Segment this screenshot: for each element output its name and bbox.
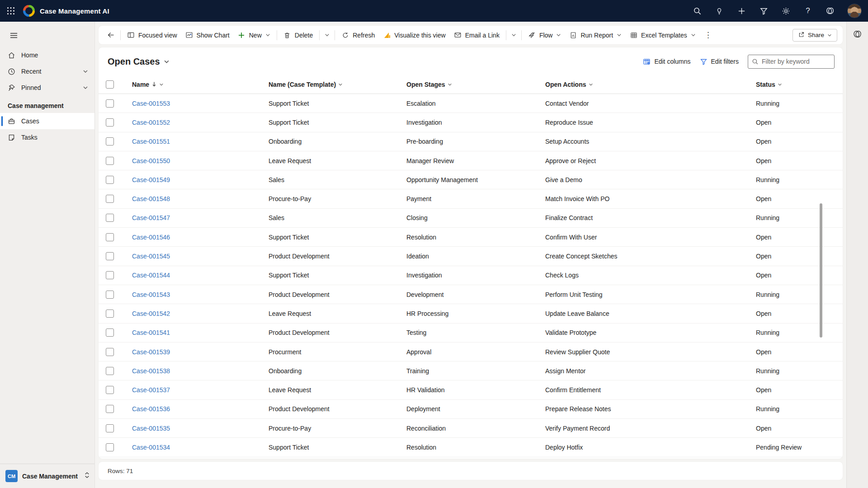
sidebar-item-tasks[interactable]: Tasks <box>0 129 94 145</box>
email-link-button[interactable]: Email a Link <box>450 28 504 42</box>
share-button[interactable]: Share <box>793 29 837 42</box>
case-link[interactable]: Case-001536 <box>132 405 269 413</box>
copilot-icon[interactable] <box>853 29 863 39</box>
lightbulb-icon[interactable] <box>714 6 724 16</box>
table-row[interactable]: Case-001538OnboardingTrainingAssign Ment… <box>99 361 843 380</box>
excel-templates-button[interactable]: Excel Templates <box>626 28 700 42</box>
chevron-down-icon[interactable] <box>265 33 270 38</box>
edit-columns-button[interactable]: Edit columns <box>643 58 690 66</box>
sidebar-item-home[interactable]: Home <box>0 47 94 63</box>
row-checkbox[interactable] <box>106 176 114 184</box>
column-header-name[interactable]: Name <box>132 81 269 88</box>
row-checkbox[interactable] <box>106 233 114 241</box>
row-checkbox[interactable] <box>106 271 114 279</box>
delete-split-chevron[interactable] <box>322 30 332 40</box>
chevron-down-icon[interactable] <box>83 85 88 90</box>
row-checkbox[interactable] <box>106 367 114 375</box>
table-row[interactable]: Case-001537Leave RequestHR ValidationCon… <box>99 380 843 399</box>
account-avatar[interactable] <box>847 4 862 18</box>
search-icon[interactable] <box>692 6 702 16</box>
column-header-stages[interactable]: Open Stages <box>406 81 545 88</box>
case-link[interactable]: Case-001549 <box>132 176 269 183</box>
table-row[interactable]: Case-001548Procure-to-PayPaymentMatch In… <box>99 189 843 208</box>
table-row[interactable]: Case-001535Procure-to-PayReconciliationV… <box>99 419 843 438</box>
case-link[interactable]: Case-001550 <box>132 157 269 164</box>
row-checkbox[interactable] <box>106 195 114 203</box>
settings-gear-icon[interactable] <box>781 6 791 16</box>
refresh-button[interactable]: Refresh <box>337 28 379 42</box>
delete-button[interactable]: Delete <box>279 28 317 42</box>
case-link[interactable]: Case-001552 <box>132 119 269 126</box>
case-link[interactable]: Case-001544 <box>132 272 269 279</box>
vertical-scrollbar[interactable] <box>820 203 822 338</box>
table-row[interactable]: Case-001546Support TicketResolutionConfi… <box>99 228 843 247</box>
column-header-actions[interactable]: Open Actions <box>545 81 756 88</box>
row-checkbox[interactable] <box>106 405 114 413</box>
column-header-template[interactable]: Name (Case Template) <box>269 81 406 88</box>
case-link[interactable]: Case-001534 <box>132 444 269 451</box>
row-checkbox[interactable] <box>106 118 114 127</box>
add-icon[interactable] <box>736 6 746 16</box>
environment-switcher[interactable]: CM Case Management <box>0 464 94 488</box>
row-checkbox[interactable] <box>106 157 114 165</box>
sidebar-item-pinned[interactable]: Pinned <box>0 80 94 96</box>
case-link[interactable]: Case-001537 <box>132 386 269 394</box>
table-row[interactable]: Case-001536Product DevelopmentDeployment… <box>99 400 843 419</box>
row-checkbox[interactable] <box>106 252 114 260</box>
column-header-status[interactable]: Status <box>756 81 843 88</box>
case-link[interactable]: Case-001553 <box>132 100 269 107</box>
case-link[interactable]: Case-001545 <box>132 253 269 260</box>
table-row[interactable]: Case-001553Support TicketEscalationConta… <box>99 94 843 113</box>
case-link[interactable]: Case-001548 <box>132 195 269 202</box>
case-link[interactable]: Case-001543 <box>132 291 269 298</box>
show-chart-button[interactable]: Show Chart <box>181 28 234 42</box>
case-link[interactable]: Case-001535 <box>132 425 269 432</box>
chevron-down-icon[interactable] <box>617 33 622 38</box>
case-link[interactable]: Case-001539 <box>132 348 269 356</box>
table-row[interactable]: Case-001549SalesOpportunity ManagementGi… <box>99 170 843 189</box>
case-link[interactable]: Case-001542 <box>132 310 269 317</box>
chevron-down-icon[interactable] <box>83 69 88 74</box>
case-link[interactable]: Case-001547 <box>132 214 269 221</box>
run-report-button[interactable]: Run Report <box>565 28 626 42</box>
row-checkbox[interactable] <box>106 214 114 222</box>
hamburger-menu-icon[interactable] <box>6 28 21 42</box>
row-checkbox[interactable] <box>106 424 114 432</box>
visualize-view-button[interactable]: Visualize this view <box>379 28 449 42</box>
view-selector[interactable]: Open Cases <box>108 56 170 67</box>
table-row[interactable]: Case-001539ProcurmentApprovalReview Supp… <box>99 343 843 361</box>
select-all-checkbox[interactable] <box>106 80 114 89</box>
row-checkbox[interactable] <box>106 99 114 108</box>
new-button[interactable]: New <box>234 28 274 42</box>
table-row[interactable]: Case-001542Leave RequestHR ProcessingUpd… <box>99 304 843 323</box>
case-link[interactable]: Case-001546 <box>132 234 269 241</box>
email-split-chevron[interactable] <box>509 30 519 40</box>
table-row[interactable]: Case-001552Support TicketInvestigationRe… <box>99 113 843 132</box>
flow-button[interactable]: Flow <box>524 28 566 42</box>
row-checkbox[interactable] <box>106 310 114 318</box>
row-checkbox[interactable] <box>106 443 114 451</box>
case-link[interactable]: Case-001541 <box>132 329 269 336</box>
chevron-down-icon[interactable] <box>691 33 696 38</box>
focused-view-button[interactable]: Focused view <box>123 28 181 42</box>
sidebar-item-cases[interactable]: Cases <box>0 113 94 129</box>
chevron-down-icon[interactable] <box>556 33 561 38</box>
sidebar-item-recent[interactable]: Recent <box>0 63 94 80</box>
table-row[interactable]: Case-001534Support TicketResolutionDeplo… <box>99 438 843 457</box>
copilot-icon[interactable] <box>825 6 835 16</box>
case-link[interactable]: Case-001538 <box>132 367 269 375</box>
table-row[interactable]: Case-001541Product DevelopmentTestingVal… <box>99 324 843 343</box>
row-checkbox[interactable] <box>106 291 114 299</box>
help-icon[interactable]: ? <box>803 6 813 16</box>
case-link[interactable]: Case-001551 <box>132 138 269 145</box>
table-row[interactable]: Case-001547SalesClosingFinalize Contract… <box>99 209 843 228</box>
row-checkbox[interactable] <box>106 386 114 394</box>
row-checkbox[interactable] <box>106 348 114 356</box>
table-row[interactable]: Case-001544Support TicketInvestigationCh… <box>99 266 843 285</box>
overflow-menu-button[interactable]: ⋮ <box>700 28 717 42</box>
table-row[interactable]: Case-001543Product DevelopmentDevelopmen… <box>99 285 843 304</box>
edit-filters-button[interactable]: Edit filters <box>700 58 739 66</box>
table-row[interactable]: Case-001551OnboardingPre-boardingSetup A… <box>99 132 843 151</box>
table-row[interactable]: Case-001550Leave RequestManager ReviewAp… <box>99 151 843 170</box>
row-checkbox[interactable] <box>106 137 114 145</box>
